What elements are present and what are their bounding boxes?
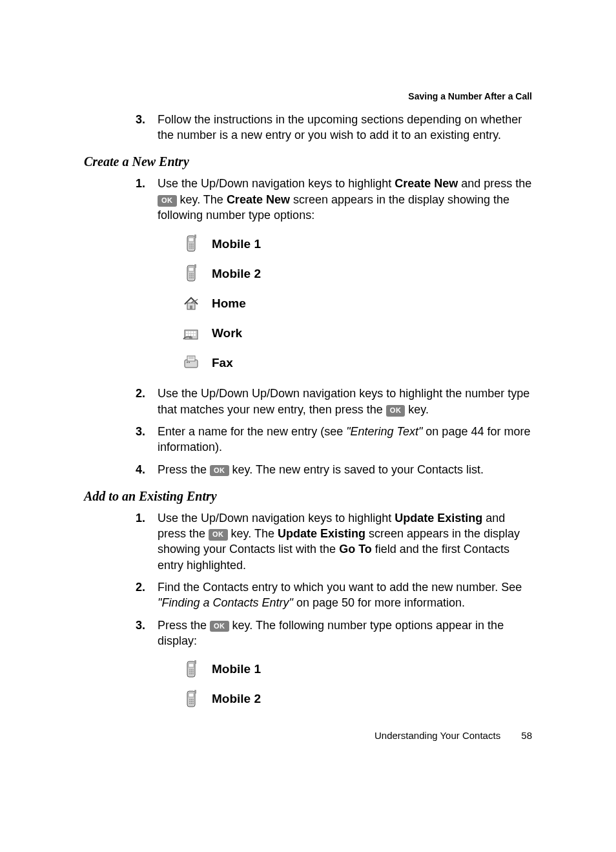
ok-key-icon: OK — [210, 621, 229, 632]
page-footer: Understanding Your Contacts 58 — [375, 729, 532, 742]
list-item: Fax — [180, 353, 532, 371]
mobile-phone-icon — [180, 660, 203, 678]
fax-machine-icon — [180, 353, 203, 371]
step-number: 3. — [136, 112, 158, 143]
ok-key-icon: OK — [386, 405, 406, 417]
step-text: Press the OK key. The new entry is saved… — [158, 462, 532, 477]
list-item: Mobile 2 — [180, 690, 532, 708]
step-item: 3. Press the OK key. The following numbe… — [136, 618, 532, 649]
home-icon — [180, 294, 203, 312]
step-text: Use the Up/Down navigation keys to highl… — [158, 176, 532, 223]
step-text: Enter a name for the new entry (see "Ent… — [158, 424, 532, 455]
document-page: Saving a Number After a Call 3. Follow t… — [0, 0, 616, 852]
step-text: Use the Up/Down navigation keys to highl… — [158, 510, 532, 573]
step-text: Press the OK key. The following number t… — [158, 618, 532, 649]
ok-key-icon: OK — [210, 465, 229, 477]
text-fragment: Enter a name for the new entry (see — [158, 425, 346, 438]
step-item: 1. Use the Up/Down navigation keys to hi… — [136, 510, 532, 573]
icon-label: Mobile 1 — [212, 661, 261, 678]
ok-key-icon: OK — [158, 195, 177, 207]
work-building-icon — [180, 324, 203, 342]
page-number: 58 — [521, 729, 532, 742]
number-type-list: Mobile 1 Mobile 2 Home Work Fax — [180, 234, 532, 371]
cross-reference: "Finding a Contacts Entry" — [158, 596, 293, 609]
list-item: Work — [180, 324, 532, 342]
text-fragment: Press the — [158, 463, 210, 476]
step-number: 4. — [136, 462, 158, 477]
cross-reference: "Entering Text" — [346, 425, 422, 438]
heading-add-existing: Add to an Existing Entry — [84, 488, 532, 505]
icon-label: Work — [212, 325, 242, 342]
mobile-phone-icon — [180, 234, 203, 253]
list-item: Mobile 2 — [180, 264, 532, 282]
step-number: 2. — [136, 386, 158, 417]
list-item: Home — [180, 294, 532, 312]
mobile-phone-icon — [180, 690, 203, 708]
icon-label: Home — [212, 295, 246, 312]
list-item: Mobile 1 — [180, 660, 532, 678]
step-number: 1. — [136, 176, 158, 223]
step-number: 1. — [136, 510, 158, 573]
list-item: Mobile 1 — [180, 234, 532, 253]
step-number: 3. — [136, 424, 158, 455]
text-fragment: Use the Up/Down Up/Down navigation keys … — [158, 387, 529, 415]
step-item: 2. Find the Contacts entry to which you … — [136, 579, 532, 611]
text-fragment: and press the — [458, 177, 531, 190]
step-number: 2. — [136, 579, 158, 611]
footer-section-name: Understanding Your Contacts — [375, 730, 500, 741]
bold-text: Create New — [395, 177, 458, 190]
step-item: 3. Enter a name for the new entry (see "… — [136, 424, 532, 455]
step-item: 1. Use the Up/Down navigation keys to hi… — [136, 176, 532, 223]
page-section-header: Saving a Number After a Call — [84, 90, 532, 103]
step-number: 3. — [136, 618, 158, 649]
text-fragment: key. The — [228, 527, 278, 540]
text-fragment: key. The — [177, 193, 227, 206]
text-fragment: Press the — [158, 619, 210, 632]
step-item: 2. Use the Up/Down Up/Down navigation ke… — [136, 386, 532, 417]
step-text: Use the Up/Down Up/Down navigation keys … — [158, 386, 532, 417]
text-fragment: key. — [405, 403, 429, 416]
text-fragment: Use the Up/Down navigation keys to highl… — [158, 177, 395, 190]
icon-label: Fax — [212, 355, 233, 371]
number-type-list: Mobile 1 Mobile 2 — [180, 660, 532, 708]
text-fragment: Use the Up/Down navigation keys to highl… — [158, 512, 395, 525]
icon-label: Mobile 2 — [212, 265, 261, 282]
step-text: Find the Contacts entry to which you wan… — [158, 579, 532, 611]
heading-create-entry: Create a New Entry — [84, 153, 532, 171]
step-item: 3. Follow the instructions in the upcomi… — [136, 112, 532, 143]
bold-text: Update Existing — [278, 527, 365, 540]
text-fragment: on page 50 for more information. — [293, 596, 465, 609]
icon-label: Mobile 1 — [212, 236, 261, 253]
bold-text: Create New — [227, 193, 290, 206]
step-text: Follow the instructions in the upcoming … — [158, 112, 532, 143]
text-fragment: key. The new entry is saved to your Cont… — [229, 463, 484, 476]
mobile-phone-icon — [180, 264, 203, 282]
bold-text: Update Existing — [395, 512, 482, 525]
text-fragment: Find the Contacts entry to which you wan… — [158, 581, 522, 594]
step-item: 4. Press the OK key. The new entry is sa… — [136, 462, 532, 477]
ok-key-icon: OK — [209, 529, 228, 541]
icon-label: Mobile 2 — [212, 691, 261, 707]
bold-text: Go To — [339, 543, 372, 556]
